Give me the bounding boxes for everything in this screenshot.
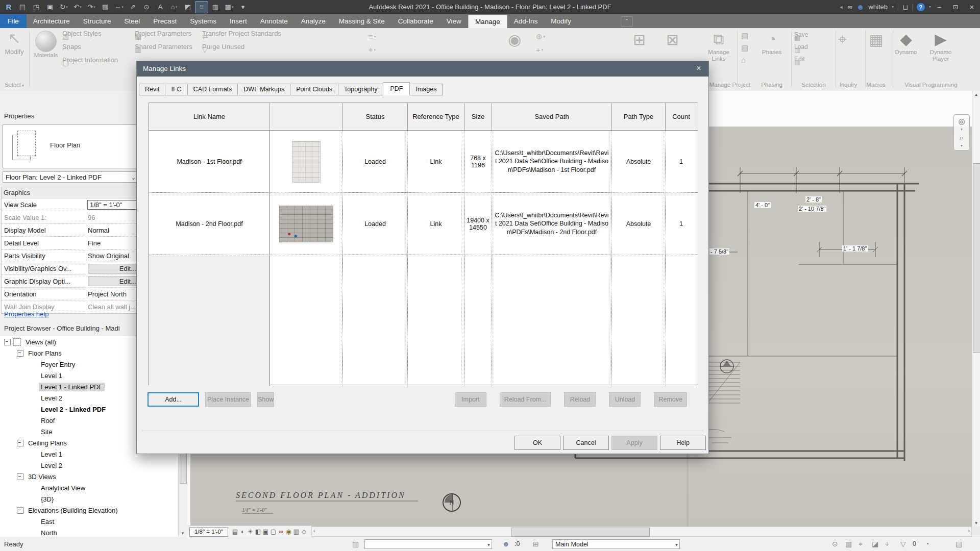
dialog-button[interactable]: Show bbox=[257, 392, 274, 407]
dynamo-button[interactable]: ◆ Dynamo bbox=[891, 30, 921, 56]
type-selector[interactable]: Floor Plan bbox=[3, 124, 139, 168]
signed-in-user[interactable]: whiteb bbox=[868, 3, 888, 11]
path-type-cell[interactable]: Absolute bbox=[612, 193, 666, 255]
ribbon-tab[interactable]: Precast bbox=[146, 14, 183, 28]
active-design-option-combo[interactable]: Main Model ▾ bbox=[552, 539, 680, 549]
scroll-up-icon[interactable]: ▴ bbox=[972, 92, 980, 97]
property-row[interactable]: Graphic Display Opti... Edit... bbox=[2, 275, 141, 288]
table-row[interactable]: Madison - 2nd Floor.pdf Loaded Link 1940… bbox=[149, 193, 698, 255]
measure-icon[interactable]: ⇔ bbox=[112, 1, 126, 13]
dialog-button[interactable]: Import bbox=[455, 392, 486, 407]
sun-path-icon[interactable]: ☀ bbox=[247, 528, 254, 535]
ribbon-tab[interactable]: Insert bbox=[223, 14, 254, 28]
design-options-icon[interactable]: ⊞ bbox=[533, 540, 539, 548]
ribbon-tab[interactable]: Structure bbox=[77, 14, 118, 28]
visual-style-icon[interactable]: ◐ bbox=[239, 528, 247, 535]
default-3d-view-icon[interactable]: ⌂ bbox=[167, 1, 181, 13]
ribbon-tab[interactable]: Massing & Site bbox=[332, 14, 391, 28]
location-icon[interactable]: ◉ bbox=[508, 31, 521, 48]
tree-expander-icon[interactable] bbox=[17, 440, 23, 446]
detail-level-icon[interactable]: ▤ bbox=[231, 528, 239, 535]
object-styles-button[interactable]: ▧ Object Styles bbox=[62, 30, 102, 37]
tree-item[interactable]: {3D} bbox=[0, 493, 178, 505]
temporary-hide-isolate-icon[interactable]: ∞ bbox=[277, 528, 285, 535]
ribbon-tab[interactable]: Add-Ins bbox=[507, 14, 545, 28]
phases-button[interactable]: ◔ Phases bbox=[756, 30, 787, 56]
collapse-search-icon[interactable]: ◄ bbox=[839, 5, 843, 10]
show-crop-region-icon[interactable]: ▢ bbox=[270, 528, 277, 535]
select-elements-by-face-icon[interactable]: ◪ bbox=[872, 540, 878, 548]
horizontal-scrollbar[interactable]: ‹ › bbox=[311, 527, 972, 537]
properties-section-graphics[interactable]: Graphics bbox=[2, 187, 141, 198]
save-icon[interactable]: ▣ bbox=[43, 1, 57, 13]
zoom-icon[interactable]: ⌕ bbox=[960, 133, 964, 142]
full-navigation-wheel-icon[interactable]: ◎ bbox=[958, 117, 965, 126]
column-header[interactable] bbox=[270, 103, 343, 130]
tag-by-category-icon[interactable]: ⊙ bbox=[140, 1, 153, 13]
customize-qat-icon[interactable]: ▾ bbox=[236, 1, 250, 13]
purge-unused-button[interactable]: ▽ Purge Unused bbox=[202, 43, 244, 51]
switch-windows-icon[interactable]: ▩ bbox=[223, 1, 236, 13]
tree-expander-icon[interactable] bbox=[17, 473, 23, 480]
generative-design-icon[interactable]: ⊠ bbox=[666, 31, 679, 48]
redo-icon[interactable]: ↷ bbox=[85, 1, 98, 13]
starting-view-icon[interactable]: ⌂ bbox=[741, 56, 746, 64]
notifications-icon[interactable]: ▤ bbox=[955, 540, 962, 548]
filter-icon[interactable]: ▽ bbox=[900, 540, 906, 548]
open-icon[interactable]: ◳ bbox=[30, 1, 43, 13]
temporary-view-properties-icon[interactable]: ▥ bbox=[292, 528, 300, 535]
dynamo-player-button[interactable]: ▶ Dynamo Player bbox=[925, 30, 956, 62]
dialog-tab[interactable]: Revit bbox=[139, 84, 165, 95]
tree-item[interactable]: East bbox=[0, 516, 178, 527]
property-row[interactable]: Parts Visibility Show Original bbox=[2, 249, 141, 262]
dialog-footer-button[interactable]: OK bbox=[514, 436, 560, 450]
dialog-button[interactable]: Remove bbox=[654, 392, 687, 407]
select-underlay-elements-icon[interactable]: ▦ bbox=[845, 540, 852, 548]
ribbon-panel-label[interactable]: Visual Programming bbox=[904, 82, 957, 88]
close-button[interactable]: × bbox=[964, 0, 980, 14]
additional-settings-icon[interactable]: ≡ bbox=[369, 32, 376, 41]
save-selection-button[interactable]: ▤ Save bbox=[794, 31, 808, 38]
dialog-footer-button[interactable]: Apply bbox=[611, 436, 657, 450]
aligned-dimension-icon[interactable]: ⇗ bbox=[126, 1, 139, 13]
drag-elements-on-selection-icon[interactable]: + bbox=[885, 540, 889, 548]
scroll-right-icon[interactable]: › bbox=[968, 528, 970, 534]
background-processes-icon[interactable]: ◔ bbox=[925, 540, 929, 548]
ribbon-tab[interactable]: View bbox=[440, 14, 468, 28]
search-icon[interactable]: ∞ bbox=[847, 3, 852, 11]
tree-item[interactable]: Analytical View bbox=[0, 482, 178, 493]
dialog-tab[interactable]: CAD Formats bbox=[187, 84, 238, 95]
ribbon-tab[interactable]: Modify bbox=[544, 14, 578, 28]
zoom-options-icon[interactable]: ▾ bbox=[961, 144, 963, 148]
user-menu-chevron-icon[interactable]: ▾ bbox=[892, 5, 894, 9]
property-row[interactable]: View Scale 1/8" = 1'-0" bbox=[2, 198, 141, 211]
inquiry-icon[interactable]: ⌖ bbox=[838, 31, 847, 48]
scrollbar-thumb[interactable] bbox=[973, 163, 980, 353]
ribbon-tab[interactable]: Analyze bbox=[295, 14, 332, 28]
property-row[interactable]: Orientation Project North bbox=[2, 288, 141, 300]
dialog-button[interactable]: Unload bbox=[609, 392, 641, 407]
help-icon[interactable]: ? bbox=[917, 3, 925, 11]
position-icon[interactable]: + bbox=[536, 45, 543, 54]
scrollbar-thumb[interactable] bbox=[180, 452, 187, 484]
transfer-project-standards-button[interactable]: ⇄ Transfer Project Standards bbox=[202, 30, 281, 37]
crop-view-icon[interactable]: ▣ bbox=[262, 528, 270, 535]
section-icon[interactable]: ◩ bbox=[181, 1, 194, 13]
dialog-button[interactable]: Reload From... bbox=[500, 392, 551, 407]
dialog-footer-button[interactable]: Cancel bbox=[563, 436, 609, 450]
column-header[interactable]: Saved Path bbox=[492, 103, 612, 130]
property-row[interactable]: Scale Value 1: 96 bbox=[2, 211, 141, 224]
dialog-tab[interactable]: Images bbox=[409, 84, 443, 95]
property-row[interactable]: Visibility/Graphics Ov... Edit... bbox=[2, 262, 141, 275]
dialog-tab[interactable]: Point Clouds bbox=[290, 84, 338, 95]
ribbon-tab[interactable]: Systems bbox=[183, 14, 223, 28]
manage-images-icon[interactable]: ▧ bbox=[741, 31, 748, 40]
tree-item[interactable]: 3D Views bbox=[0, 471, 178, 482]
reference-type-cell[interactable]: Link bbox=[408, 193, 464, 255]
scrollbar-thumb[interactable] bbox=[511, 528, 650, 537]
navigation-wheel-options-icon[interactable]: ▾ bbox=[961, 128, 963, 132]
dialog-button[interactable]: Place Instance bbox=[205, 392, 251, 407]
ribbon-panel-label[interactable]: Macros bbox=[866, 82, 886, 88]
dialog-tab[interactable]: PDF bbox=[383, 82, 410, 95]
dialog-footer-button[interactable]: Help bbox=[660, 436, 706, 450]
